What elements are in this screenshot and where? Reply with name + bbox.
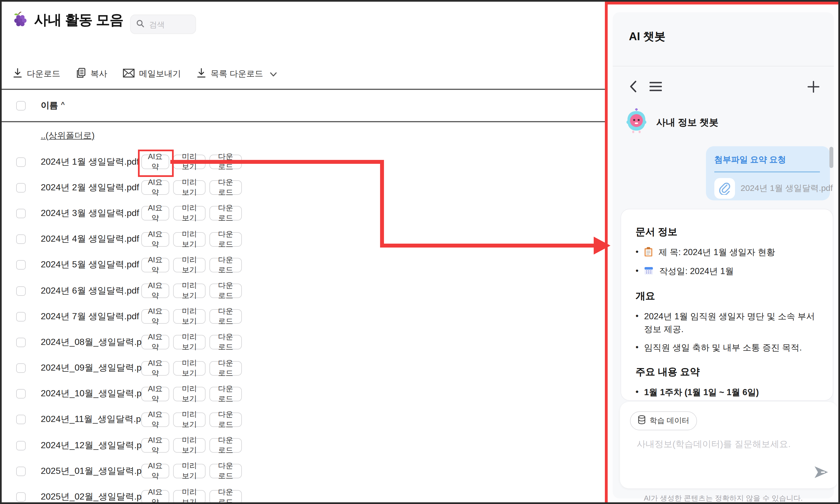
download-file-button[interactable]: 다운로드 [209, 258, 242, 272]
panel-title: AI 챗봇 [629, 29, 665, 44]
ai-summary-button[interactable]: AI요약 [141, 438, 169, 453]
row-checkbox[interactable] [16, 157, 26, 167]
preview-button[interactable]: 미리보기 [173, 387, 206, 401]
chevron-down-icon [270, 69, 277, 78]
toolbar: 다운로드 복사 메일보내기 목록 다운로드 [13, 68, 277, 80]
row-checkbox[interactable] [16, 492, 26, 502]
download-file-button[interactable]: 다운로드 [209, 232, 242, 247]
row-checkbox[interactable] [16, 209, 26, 218]
row-checkbox[interactable] [16, 286, 26, 295]
bullet-dot: • [635, 246, 638, 258]
page-title: 사내 활동 모음 [34, 11, 123, 29]
preview-button[interactable]: 미리보기 [173, 258, 206, 272]
preview-button[interactable]: 미리보기 [173, 412, 206, 427]
download-button[interactable]: 다운로드 [13, 68, 60, 79]
ai-summary-button[interactable]: AI요약 [141, 387, 169, 401]
row-actions: AI요약미리보기다운로드 [141, 412, 242, 427]
file-name: 2024년 2월 생일달력.pdf [41, 182, 137, 194]
download-file-button[interactable]: 다운로드 [209, 464, 242, 479]
ai-summary-button[interactable]: AI요약 [141, 490, 169, 502]
copy-button[interactable]: 복사 [76, 68, 107, 80]
chat-scrollbar-thumb[interactable] [829, 147, 833, 168]
list-download-button[interactable]: 목록 다운로드 [197, 68, 277, 79]
ai-summary-button[interactable]: AI요약 [141, 361, 169, 375]
preview-button[interactable]: 미리보기 [173, 490, 206, 502]
training-data-chip[interactable]: 학습 데이터 [630, 411, 697, 430]
row-actions: AI요약미리보기다운로드 [141, 232, 242, 247]
preview-button[interactable]: 미리보기 [173, 361, 206, 375]
row-actions: AI요약미리보기다운로드 [141, 464, 242, 479]
download-file-button[interactable]: 다운로드 [209, 335, 242, 350]
row-checkbox[interactable] [16, 363, 26, 373]
table-row: 2024년 1월 생일달력.pdfAI요약미리보기다운로드 [2, 149, 605, 175]
row-checkbox[interactable] [16, 183, 26, 193]
search-input[interactable] [148, 19, 189, 29]
row-checkbox[interactable] [16, 312, 26, 321]
download-file-button[interactable]: 다운로드 [209, 412, 242, 427]
copy-icon [76, 68, 86, 80]
column-header-name: 이름 [41, 100, 58, 111]
select-all-checkbox[interactable] [16, 101, 26, 110]
ai-summary-button[interactable]: AI요약 [141, 335, 169, 350]
download-file-button[interactable]: 다운로드 [209, 181, 242, 195]
chat-nav-row [629, 78, 819, 95]
table-row: 2024년 2월 생일달력.pdfAI요약미리보기다운로드 [2, 175, 605, 200]
attachment[interactable]: 2024년 1월 생일달력.pdf [714, 178, 822, 198]
row-actions: AI요약미리보기다운로드 [141, 490, 242, 502]
download-file-button[interactable]: 다운로드 [209, 284, 242, 298]
row-checkbox[interactable] [16, 389, 26, 399]
preview-button[interactable]: 미리보기 [173, 335, 206, 350]
row-checkbox[interactable] [16, 415, 26, 425]
download-file-button[interactable]: 다운로드 [209, 438, 242, 453]
ai-summary-button[interactable]: AI요약 [141, 258, 169, 272]
send-mail-label: 메일보내기 [139, 68, 181, 79]
preview-button[interactable]: 미리보기 [173, 232, 206, 247]
bubble-divider [714, 172, 820, 172]
bot-bullet: •작성일: 2024년 1월 [635, 265, 818, 278]
preview-button[interactable]: 미리보기 [173, 464, 206, 479]
list-download-label: 목록 다운로드 [211, 68, 263, 79]
ai-chatbot-panel: AI 챗봇 [605, 2, 840, 504]
ai-summary-button[interactable]: AI요약 [141, 309, 169, 324]
ai-disclaimer: AI가 생성한 콘텐츠는 정확하지 않을 수 있습니다. [613, 493, 834, 503]
app-header: 사내 활동 모음 [13, 11, 123, 29]
row-checkbox[interactable] [16, 260, 26, 270]
row-checkbox[interactable] [16, 467, 26, 476]
plus-icon[interactable] [808, 80, 819, 92]
row-checkbox[interactable] [16, 234, 26, 244]
row-actions: AI요약미리보기다운로드 [141, 181, 242, 195]
bot-name: 사내 정보 챗봇 [656, 116, 719, 129]
send-icon[interactable] [814, 466, 829, 481]
download-file-button[interactable]: 다운로드 [209, 206, 242, 221]
chevron-left-icon[interactable] [629, 80, 637, 93]
row-checkbox[interactable] [16, 440, 26, 450]
parent-folder-link[interactable]: ..(상위폴더로) [41, 130, 95, 142]
ai-summary-button[interactable]: AI요약 [141, 464, 169, 479]
download-file-button[interactable]: 다운로드 [209, 155, 242, 169]
preview-button[interactable]: 미리보기 [173, 206, 206, 221]
bot-section-heading: 주요 내용 요약 [635, 365, 818, 379]
ai-summary-button[interactable]: AI요약 [141, 412, 169, 427]
ai-summary-button[interactable]: AI요약 [141, 206, 169, 221]
sort-asc-icon[interactable]: ^ [61, 101, 65, 108]
preview-button[interactable]: 미리보기 [173, 181, 206, 195]
ai-summary-button[interactable]: AI요약 [141, 232, 169, 247]
preview-button[interactable]: 미리보기 [173, 155, 206, 169]
file-name: 2024년 1월 생일달력.pdf [41, 156, 137, 168]
preview-button[interactable]: 미리보기 [173, 309, 206, 324]
send-mail-button[interactable]: 메일보내기 [123, 68, 181, 79]
download-file-button[interactable]: 다운로드 [209, 361, 242, 375]
download-file-button[interactable]: 다운로드 [209, 490, 242, 502]
row-checkbox[interactable] [16, 338, 26, 347]
ai-summary-button[interactable]: AI요약 [141, 284, 169, 298]
user-message-title: 첨부파일 요약 요청 [714, 155, 822, 165]
ai-summary-button[interactable]: AI요약 [141, 181, 169, 195]
download-file-button[interactable]: 다운로드 [209, 309, 242, 324]
chat-input[interactable]: 사내정보(학습데이터)를 질문해보세요. [637, 439, 804, 450]
search-box[interactable] [130, 15, 196, 34]
hamburger-icon[interactable] [650, 82, 662, 92]
preview-button[interactable]: 미리보기 [173, 438, 206, 453]
download-file-button[interactable]: 다운로드 [209, 387, 242, 401]
preview-button[interactable]: 미리보기 [173, 284, 206, 298]
grape-icon [13, 11, 29, 29]
